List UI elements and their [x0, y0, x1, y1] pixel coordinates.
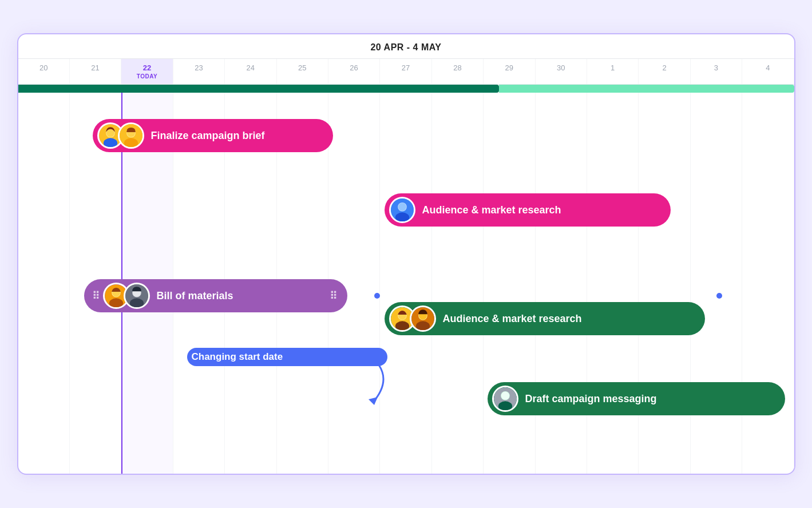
grid-col-12 [639, 85, 690, 474]
svg-point-6 [124, 138, 137, 148]
grid-col-10 [536, 85, 587, 474]
col-4: 4 [742, 59, 794, 84]
svg-point-26 [415, 321, 429, 331]
progress-complete [18, 85, 500, 93]
grid-col-9 [484, 85, 535, 474]
svg-point-14 [109, 298, 122, 308]
col-23: 23 [173, 59, 225, 84]
svg-point-32 [501, 392, 509, 400]
svg-point-22 [395, 321, 409, 331]
grid-col-11 [587, 85, 639, 474]
task-avatars-4 [389, 305, 436, 332]
task-bill-of-materials[interactable]: ⠿ [84, 279, 347, 312]
task-finalize-campaign-brief[interactable]: Finalize campaign brief [93, 119, 333, 152]
svg-point-10 [395, 212, 409, 222]
tooltip-label: Changing start date [192, 351, 283, 363]
progress-remaining [499, 85, 794, 93]
svg-point-2 [103, 138, 117, 148]
col-21: 21 [70, 59, 121, 84]
task-audience-research-pink[interactable]: Audience & market research [385, 193, 671, 227]
date-range-title: 20 APR - 4 MAY [18, 34, 794, 59]
col-3: 3 [691, 59, 742, 84]
task-draft-campaign-messaging[interactable]: Draft campaign messaging [488, 382, 785, 415]
svg-point-11 [398, 203, 406, 211]
gantt-body: Finalize campaign brief Audience & marke… [18, 85, 794, 474]
col-20: 20 [18, 59, 70, 84]
gantt-header: 20 21 22 TODAY 23 24 25 26 27 28 29 30 1… [18, 59, 794, 85]
col-28: 28 [432, 59, 484, 84]
gantt-chart: 20 APR - 4 MAY 20 21 22 TODAY 23 24 25 2… [17, 33, 795, 475]
col-25: 25 [277, 59, 328, 84]
avatar-8 [492, 386, 518, 412]
task-avatars-5 [492, 386, 518, 412]
svg-point-18 [129, 298, 143, 308]
col-27: 27 [380, 59, 431, 84]
task-audience-research-green[interactable]: Audience & market research [385, 302, 705, 335]
grid-col-7 [380, 85, 431, 474]
progress-bar [18, 85, 794, 93]
drag-handle-left[interactable]: ⠿ [89, 289, 103, 302]
drag-dot-right [716, 293, 722, 299]
svg-point-3 [106, 129, 114, 137]
avatar-2 [118, 122, 144, 149]
svg-point-31 [498, 401, 512, 411]
grid-col-13 [691, 85, 742, 474]
grid-col-8 [432, 85, 484, 474]
task-draft-label: Draft campaign messaging [525, 393, 657, 405]
today-label: TODAY [121, 73, 172, 80]
avatar-5 [124, 283, 150, 309]
col-2: 2 [639, 59, 690, 84]
col-24: 24 [225, 59, 276, 84]
col-30: 30 [536, 59, 587, 84]
tooltip-arrow [362, 365, 396, 405]
tooltip-changing-start-date: Changing start date [187, 348, 387, 366]
grid-col-14 [742, 85, 794, 474]
svg-marker-28 [369, 397, 378, 405]
task-finalize-label: Finalize campaign brief [151, 130, 265, 142]
grid-col-6 [328, 85, 380, 474]
task-avatars [97, 122, 144, 149]
col-22-today: 22 TODAY [121, 59, 173, 84]
col-1: 1 [587, 59, 639, 84]
drag-dot-left [374, 293, 380, 299]
task-avatars-3 [103, 283, 150, 309]
grid-col-0 [18, 85, 70, 474]
col-29: 29 [484, 59, 535, 84]
task-bill-label: Bill of materials [157, 290, 233, 302]
avatar-3 [389, 197, 415, 223]
task-audience-pink-label: Audience & market research [422, 204, 561, 216]
drag-handle-right[interactable]: ⠿ [326, 289, 340, 302]
task-avatars-2 [389, 197, 415, 223]
col-26: 26 [328, 59, 380, 84]
task-audience-green-label: Audience & market research [443, 313, 582, 325]
avatar-7 [410, 305, 436, 332]
